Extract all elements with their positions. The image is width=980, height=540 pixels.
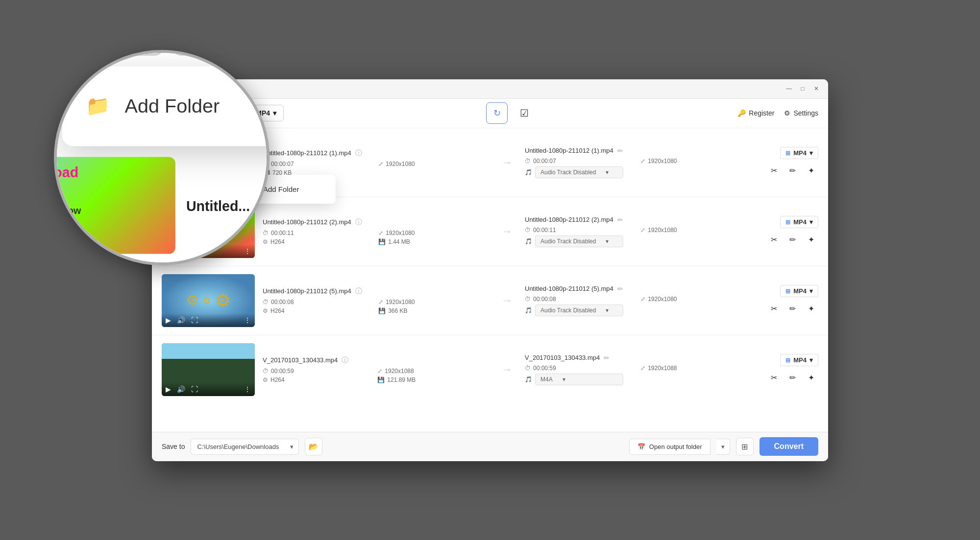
format-tag-button[interactable]: ⊞ MP4 ▾: [780, 354, 818, 366]
table-row: ⚙ ⚙ ⚙ ▶ 🔊 ⛶ ⋮ Untitled-1080p-211012 (5).…: [152, 266, 828, 335]
output-file-meta: ⏱ 00:00:08 ⤢ 1920x1080: [525, 296, 752, 303]
edit-icon[interactable]: ✏: [604, 354, 610, 362]
chevron-down-icon: ▾: [809, 218, 813, 226]
file-info: Untitled-1080p-211012 (1).mp4 ⓘ ⏱ 00:00:…: [263, 149, 490, 176]
table-row: ▶ 🔊 ⛶ ⋮ V_20170103_130433.mp4 ⓘ ⏱ 00: [152, 335, 828, 404]
edit-button[interactable]: ✏: [785, 301, 800, 316]
path-dropdown-button[interactable]: ▾: [285, 439, 299, 455]
fullscreen-icon[interactable]: ⛶: [191, 178, 198, 186]
cut-button[interactable]: ✂: [766, 232, 781, 247]
close-button[interactable]: ✕: [812, 85, 820, 93]
save-path-input[interactable]: [191, 439, 285, 455]
format-tag-button[interactable]: ⊞ MP4 ▾: [780, 216, 818, 228]
codec-icon: ⚙: [263, 376, 268, 383]
effects-button[interactable]: ✦: [804, 232, 818, 247]
cut-button[interactable]: ✂: [766, 163, 781, 178]
audio-track-dropdown[interactable]: Audio Track Disabled ▾: [535, 166, 623, 178]
gear-icon: ⚙: [186, 292, 198, 308]
file-name: V_20170103_130433.mp4: [263, 356, 338, 364]
gear-icon: ⚙: [215, 290, 231, 311]
window-controls: — □ ✕: [785, 85, 820, 93]
format-tag-button[interactable]: ⊞ MP4 ▾: [780, 285, 818, 297]
fullscreen-icon[interactable]: ⛶: [191, 385, 198, 393]
info-icon[interactable]: ⓘ: [355, 149, 362, 158]
grid-view-button[interactable]: ⊞: [736, 438, 754, 455]
folder-icon: 📁: [247, 185, 257, 194]
thumbnail: ⚙ ⚙ ⚙ ▶ 🔊 ⛶ ⋮: [162, 274, 255, 327]
chevron-down-icon: ▾: [809, 149, 813, 157]
window-title: orbits Video Converter: [172, 85, 236, 93]
volume-icon[interactable]: 🔊: [177, 247, 185, 255]
effects-button[interactable]: ✦: [804, 163, 818, 178]
format-selector-button[interactable]: MP4 ▾: [248, 105, 284, 121]
output-file-name: Untitled-1080p-211012 (2).mp4: [525, 216, 613, 223]
chevron-down-icon: ▾: [563, 376, 565, 383]
audio-icon: 🎵: [525, 307, 532, 314]
browse-folder-button[interactable]: 📂: [305, 438, 322, 455]
audio-icon: 🎵: [525, 376, 532, 383]
open-output-folder-button[interactable]: 📅 Open output folder: [629, 439, 710, 455]
more-options-icon[interactable]: ⋮: [244, 247, 251, 255]
settings-button[interactable]: ⚙ Settings: [784, 109, 818, 117]
output-file-meta: ⏱ 00:00:11 ⤢ 1920x1080: [525, 227, 752, 234]
add-files-button[interactable]: 📄 Add Files: [162, 105, 221, 121]
storage-icon: 💾: [378, 307, 386, 314]
action-icons: ✂ ✏ ✦: [766, 232, 818, 247]
cut-button[interactable]: ✂: [766, 301, 781, 316]
add-files-dropdown-button[interactable]: ▼: [225, 105, 245, 121]
convert-button[interactable]: Convert: [760, 437, 818, 456]
file-name: Untitled-1080p-211012 (1).mp4: [263, 149, 351, 157]
file-info: V_20170103_130433.mp4 ⓘ ⏱ 00:00:59 ⤢ 192…: [263, 356, 490, 383]
edit-button[interactable]: ✏: [785, 163, 800, 178]
codec-icon: ⚙: [263, 238, 268, 245]
audio-icon: 🎵: [525, 238, 532, 245]
checkmark-button[interactable]: ☑: [514, 102, 535, 124]
audio-track-dropdown[interactable]: Audio Track Disabled ▾: [535, 305, 623, 316]
minimize-button[interactable]: —: [785, 85, 793, 93]
chevron-down-icon: ▾: [606, 307, 609, 314]
volume-icon[interactable]: 🔊: [177, 385, 185, 393]
refresh-button[interactable]: ↻: [486, 102, 508, 124]
grid-icon: ⊞: [785, 288, 790, 295]
maximize-button[interactable]: □: [799, 85, 807, 93]
format-tag-button[interactable]: ⊞ MP4 ▾: [780, 147, 818, 159]
output-file-name: Untitled-1080p-211012 (5).mp4: [525, 285, 613, 292]
cut-button[interactable]: ✂: [766, 370, 781, 385]
resize-icon: ⤢: [378, 299, 383, 305]
storage-icon: 💾: [377, 376, 385, 383]
play-icon[interactable]: ▶: [166, 178, 171, 186]
play-icon[interactable]: ▶: [166, 247, 171, 255]
thumbnail: DownloadNOWng a link below ▶ 🔊 ⛶ ⋮: [162, 205, 255, 258]
edit-icon[interactable]: ✏: [617, 285, 623, 293]
play-icon[interactable]: ▶: [166, 385, 171, 393]
grid-icon: ⊞: [741, 442, 748, 451]
info-icon[interactable]: ⓘ: [355, 287, 362, 296]
effects-button[interactable]: ✦: [804, 370, 818, 385]
resize-icon: ⤢: [640, 158, 645, 164]
arrow-right-icon: →: [502, 294, 513, 307]
format-column: ⊞ MP4 ▾ ✂ ✏ ✦: [760, 285, 818, 316]
audio-track-selector: 🎵 Audio Track Disabled ▾: [525, 166, 752, 178]
more-options-icon[interactable]: ⋮: [244, 385, 251, 393]
thumbnail: ▶ 🔊 ⛶ ⋮: [162, 343, 255, 396]
audio-track-selector: 🎵 Audio Track Disabled ▾: [525, 235, 752, 247]
audio-track-dropdown[interactable]: Audio Track Disabled ▾: [535, 235, 623, 247]
audio-track-dropdown[interactable]: M4A ▾: [535, 374, 623, 385]
register-button[interactable]: 🔑 Register: [737, 109, 774, 117]
resize-icon: ⤢: [378, 161, 383, 167]
volume-icon[interactable]: 🔊: [177, 178, 185, 186]
output-folder-dropdown-button[interactable]: ▾: [716, 439, 730, 455]
effects-button[interactable]: ✦: [804, 301, 818, 316]
audio-track-selector: 🎵 M4A ▾: [525, 374, 752, 385]
resize-icon: ⤢: [378, 230, 383, 236]
edit-button[interactable]: ✏: [785, 370, 800, 385]
output-info: Untitled-1080p-211012 (2).mp4 ✏ ⏱ 00:00:…: [525, 216, 752, 247]
file-meta: ⏱ 00:00:08 ⤢ 1920x1080 ⚙ H264 💾: [263, 299, 490, 314]
info-icon[interactable]: ⓘ: [355, 218, 362, 227]
add-folder-item[interactable]: 📁 Add Folder: [238, 179, 336, 200]
edit-icon[interactable]: ✏: [617, 147, 623, 155]
edit-icon[interactable]: ✏: [617, 216, 623, 224]
fullscreen-icon[interactable]: ⛶: [191, 247, 198, 255]
info-icon[interactable]: ⓘ: [342, 356, 348, 365]
edit-button[interactable]: ✏: [785, 232, 800, 247]
